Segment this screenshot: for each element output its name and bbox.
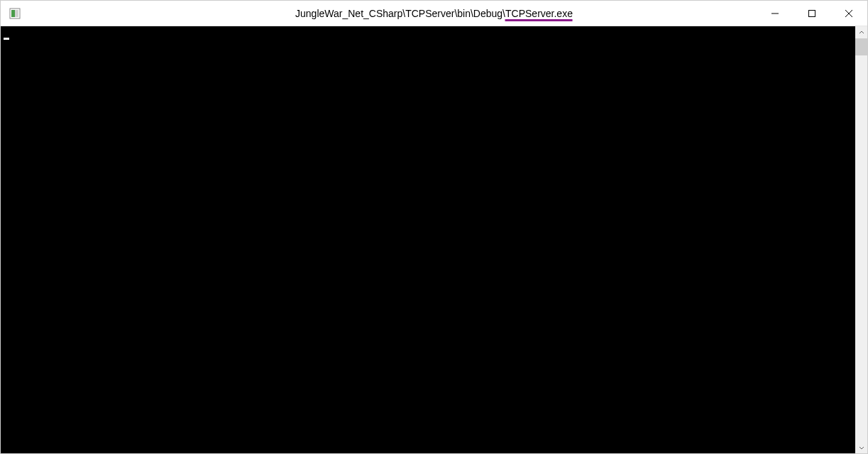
maximize-button[interactable] bbox=[793, 1, 830, 26]
title-path: JungleWar_Net_CSharp\TCPServer\bin\Debug… bbox=[295, 8, 505, 19]
minimize-button[interactable] bbox=[757, 1, 793, 26]
scroll-down-button[interactable] bbox=[855, 441, 867, 453]
console-window: JungleWar_Net_CSharp\TCPServer\bin\Debug… bbox=[0, 0, 868, 454]
vertical-scrollbar[interactable] bbox=[855, 26, 867, 453]
scroll-up-button[interactable] bbox=[855, 26, 867, 38]
minimize-icon bbox=[771, 9, 779, 18]
svg-rect-4 bbox=[809, 10, 815, 16]
console-output[interactable] bbox=[1, 26, 855, 453]
console-area bbox=[1, 26, 867, 453]
titlebar[interactable]: JungleWar_Net_CSharp\TCPServer\bin\Debug… bbox=[1, 1, 867, 26]
title-exe-highlighted: TCPServer.exe bbox=[505, 8, 573, 21]
text-cursor bbox=[4, 38, 9, 40]
maximize-icon bbox=[808, 9, 816, 18]
scroll-track[interactable] bbox=[855, 38, 867, 441]
close-icon bbox=[845, 9, 853, 18]
close-button[interactable] bbox=[830, 1, 867, 26]
svg-rect-1 bbox=[11, 10, 15, 17]
chevron-down-icon bbox=[859, 445, 864, 450]
window-controls bbox=[757, 1, 867, 26]
app-icon bbox=[8, 6, 22, 21]
svg-rect-2 bbox=[15, 10, 18, 17]
window-title: JungleWar_Net_CSharp\TCPServer\bin\Debug… bbox=[295, 8, 573, 19]
scroll-thumb[interactable] bbox=[855, 38, 867, 55]
chevron-up-icon bbox=[859, 30, 864, 36]
